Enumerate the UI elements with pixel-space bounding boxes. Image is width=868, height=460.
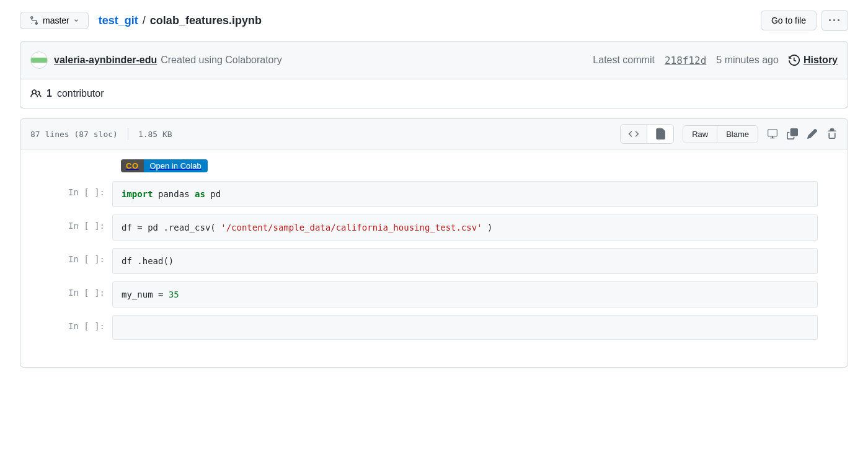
cell-content: import pandas as pd xyxy=(112,181,818,207)
top-row: master test_git / colab_features.ipynb G… xyxy=(20,10,848,31)
commit-sha[interactable]: 218f12d xyxy=(665,55,706,66)
file-icon xyxy=(655,128,666,139)
contributor-count: 1 xyxy=(46,88,52,99)
file-body: CO Open in Colab In [ ]: import pandas a… xyxy=(20,149,848,368)
commit-meta-group: Latest commit 218f12d 5 minutes ago Hist… xyxy=(593,55,838,66)
file-toolbar: 87 lines (87 sloc) 1.85 KB Raw Blame xyxy=(20,118,848,149)
contributors-bar: 1 contributor xyxy=(20,79,848,108)
raw-blame-group: Raw Blame xyxy=(683,125,758,143)
kebab-icon: ··· xyxy=(828,15,841,26)
source-view-button[interactable] xyxy=(621,125,647,143)
history-link[interactable]: History xyxy=(789,55,838,66)
breadcrumb-group: master test_git / colab_features.ipynb xyxy=(20,12,262,29)
cell-prompt: In [ ]: xyxy=(50,315,112,340)
commit-author-group: valeria-aynbinder-edu Created using Cola… xyxy=(30,51,282,69)
copy-icon[interactable] xyxy=(787,128,798,139)
latest-commit-label: Latest commit xyxy=(593,55,655,66)
commit-info-bar: valeria-aynbinder-edu Created using Cola… xyxy=(20,41,848,79)
chevron-down-icon xyxy=(73,17,79,24)
cell-content: df .head() xyxy=(112,248,818,274)
commit-message[interactable]: Created using Colaboratory xyxy=(161,55,282,65)
open-in-colab-badge[interactable]: CO Open in Colab xyxy=(121,159,208,172)
branch-icon xyxy=(29,15,39,25)
branch-select-button[interactable]: master xyxy=(20,12,89,29)
file-info: 87 lines (87 sloc) 1.85 KB xyxy=(30,128,172,139)
raw-button[interactable]: Raw xyxy=(683,126,717,143)
contributor-label: contributor xyxy=(57,88,104,99)
go-to-file-button[interactable]: Go to file xyxy=(761,11,817,30)
more-options-button[interactable]: ··· xyxy=(822,10,848,31)
notebook-cell: In [ ]: df = pd .read_csv( '/content/sam… xyxy=(50,215,818,241)
notebook-cell: In [ ]: import pandas as pd xyxy=(50,181,818,207)
cell-content xyxy=(112,315,818,340)
repo-link[interactable]: test_git xyxy=(99,14,138,27)
cell-prompt: In [ ]: xyxy=(50,215,112,241)
breadcrumb: test_git / colab_features.ipynb xyxy=(99,14,262,27)
author-link[interactable]: valeria-aynbinder-edu xyxy=(54,55,157,65)
people-icon xyxy=(30,88,42,99)
cell-prompt: In [ ]: xyxy=(50,181,112,207)
file-lines: 87 lines (87 sloc) xyxy=(30,130,118,139)
edit-icon[interactable] xyxy=(807,128,818,139)
colab-text: Open in Colab xyxy=(144,159,208,172)
history-icon xyxy=(789,55,800,66)
view-mode-group xyxy=(620,124,674,144)
notebook-cell: In [ ]: my_num = 35 xyxy=(50,281,818,307)
top-actions: Go to file ··· xyxy=(761,10,848,31)
file-name: colab_features.ipynb xyxy=(150,14,262,27)
code-icon xyxy=(628,128,639,139)
desktop-icon[interactable] xyxy=(767,128,778,139)
breadcrumb-separator: / xyxy=(143,14,146,27)
notebook-cell: In [ ]: df .head() xyxy=(50,248,818,274)
trash-icon[interactable] xyxy=(826,128,838,139)
commit-time: 5 minutes ago xyxy=(716,55,779,66)
notebook-cell: In [ ]: xyxy=(50,315,818,340)
file-actions: Raw Blame xyxy=(620,124,838,144)
cell-content: df = pd .read_csv( '/content/sample_data… xyxy=(112,215,818,241)
colab-logo: CO xyxy=(121,159,144,172)
divider xyxy=(128,128,128,139)
cell-content: my_num = 35 xyxy=(112,281,818,307)
rendered-view-button[interactable] xyxy=(647,125,673,143)
blame-button[interactable]: Blame xyxy=(717,126,758,143)
branch-name: master xyxy=(43,15,69,25)
history-label: History xyxy=(804,55,838,66)
cell-prompt: In [ ]: xyxy=(50,281,112,307)
file-size: 1.85 KB xyxy=(138,130,172,139)
cell-prompt: In [ ]: xyxy=(50,248,112,274)
avatar[interactable] xyxy=(30,51,48,69)
